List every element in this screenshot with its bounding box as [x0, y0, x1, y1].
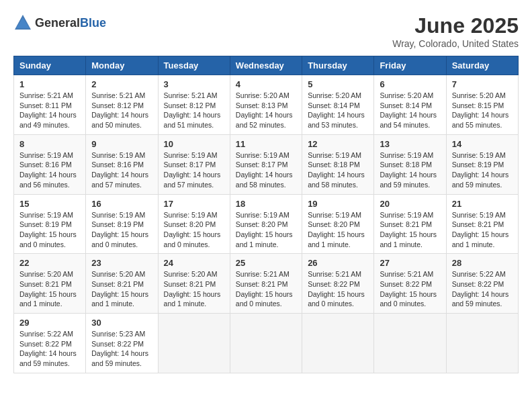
day-number: 29: [19, 318, 80, 328]
day-number: 6: [380, 79, 440, 89]
day-number: 11: [236, 139, 296, 149]
table-row: 26 Sunrise: 5:21 AMSunset: 8:22 PMDaylig…: [302, 254, 374, 314]
calendar-row: 1 Sunrise: 5:21 AMSunset: 8:11 PMDayligh…: [14, 75, 519, 135]
col-saturday: Saturday: [446, 56, 518, 75]
location-title: Wray, Colorado, United States: [392, 38, 519, 49]
calendar-table: Sunday Monday Tuesday Wednesday Thursday…: [13, 56, 519, 373]
empty-cell: [374, 314, 446, 373]
table-row: 2 Sunrise: 5:21 AMSunset: 8:12 PMDayligh…: [86, 75, 158, 135]
day-number: 4: [236, 79, 296, 89]
table-row: 18 Sunrise: 5:19 AMSunset: 8:20 PMDaylig…: [230, 194, 302, 254]
table-row: 6 Sunrise: 5:20 AMSunset: 8:14 PMDayligh…: [374, 75, 446, 135]
table-row: 8 Sunrise: 5:19 AMSunset: 8:16 PMDayligh…: [14, 134, 86, 194]
day-info: Sunrise: 5:19 AMSunset: 8:18 PMDaylight:…: [380, 151, 437, 189]
col-wednesday: Wednesday: [230, 56, 302, 75]
day-info: Sunrise: 5:20 AMSunset: 8:14 PMDaylight:…: [380, 91, 437, 129]
day-number: 9: [91, 139, 152, 149]
day-info: Sunrise: 5:19 AMSunset: 8:18 PMDaylight:…: [308, 151, 365, 189]
table-row: 19 Sunrise: 5:19 AMSunset: 8:20 PMDaylig…: [302, 194, 374, 254]
table-row: 21 Sunrise: 5:19 AMSunset: 8:21 PMDaylig…: [446, 194, 518, 254]
table-row: 1 Sunrise: 5:21 AMSunset: 8:11 PMDayligh…: [14, 75, 86, 135]
day-info: Sunrise: 5:23 AMSunset: 8:22 PMDaylight:…: [91, 330, 148, 367]
day-info: Sunrise: 5:20 AMSunset: 8:14 PMDaylight:…: [308, 91, 365, 129]
table-row: 28 Sunrise: 5:22 AMSunset: 8:22 PMDaylig…: [446, 254, 518, 314]
day-info: Sunrise: 5:21 AMSunset: 8:22 PMDaylight:…: [380, 270, 437, 308]
day-info: Sunrise: 5:22 AMSunset: 8:22 PMDaylight:…: [452, 270, 509, 308]
day-number: 23: [91, 258, 152, 268]
day-info: Sunrise: 5:21 AMSunset: 8:21 PMDaylight:…: [236, 270, 293, 308]
calendar-row: 22 Sunrise: 5:20 AMSunset: 8:21 PMDaylig…: [14, 254, 519, 314]
table-row: 7 Sunrise: 5:20 AMSunset: 8:15 PMDayligh…: [446, 75, 518, 135]
table-row: 16 Sunrise: 5:19 AMSunset: 8:19 PMDaylig…: [86, 194, 158, 254]
calendar-row: 8 Sunrise: 5:19 AMSunset: 8:16 PMDayligh…: [14, 134, 519, 194]
day-number: 27: [380, 258, 440, 268]
day-number: 30: [91, 318, 152, 328]
day-number: 19: [308, 199, 368, 209]
day-info: Sunrise: 5:22 AMSunset: 8:22 PMDaylight:…: [19, 330, 77, 367]
empty-cell: [230, 314, 302, 373]
day-number: 26: [308, 258, 368, 268]
day-info: Sunrise: 5:20 AMSunset: 8:21 PMDaylight:…: [164, 270, 221, 308]
table-row: 25 Sunrise: 5:21 AMSunset: 8:21 PMDaylig…: [230, 254, 302, 314]
day-info: Sunrise: 5:20 AMSunset: 8:15 PMDaylight:…: [452, 91, 509, 129]
day-number: 7: [452, 79, 513, 89]
title-area: June 2025 Wray, Colorado, United States: [392, 13, 519, 49]
table-row: 15 Sunrise: 5:19 AMSunset: 8:19 PMDaylig…: [14, 194, 86, 254]
day-number: 10: [164, 139, 224, 149]
day-number: 25: [236, 258, 296, 268]
svg-marker-1: [16, 17, 30, 28]
day-info: Sunrise: 5:20 AMSunset: 8:21 PMDaylight:…: [91, 270, 148, 308]
calendar-header-row: Sunday Monday Tuesday Wednesday Thursday…: [14, 56, 519, 75]
day-number: 3: [164, 79, 224, 89]
table-row: 20 Sunrise: 5:19 AMSunset: 8:21 PMDaylig…: [374, 194, 446, 254]
col-friday: Friday: [374, 56, 446, 75]
table-row: 10 Sunrise: 5:19 AMSunset: 8:17 PMDaylig…: [158, 134, 230, 194]
day-number: 1: [19, 79, 80, 89]
logo: GeneralBlue: [13, 13, 106, 32]
table-row: 24 Sunrise: 5:20 AMSunset: 8:21 PMDaylig…: [158, 254, 230, 314]
empty-cell: [158, 314, 230, 373]
day-number: 22: [19, 258, 80, 268]
day-info: Sunrise: 5:19 AMSunset: 8:17 PMDaylight:…: [164, 151, 221, 189]
table-row: 5 Sunrise: 5:20 AMSunset: 8:14 PMDayligh…: [302, 75, 374, 135]
table-row: 27 Sunrise: 5:21 AMSunset: 8:22 PMDaylig…: [374, 254, 446, 314]
table-row: 29 Sunrise: 5:22 AMSunset: 8:22 PMDaylig…: [14, 314, 86, 373]
day-number: 15: [19, 199, 80, 209]
day-number: 17: [164, 199, 224, 209]
day-number: 21: [452, 199, 513, 209]
day-info: Sunrise: 5:20 AMSunset: 8:13 PMDaylight:…: [236, 91, 293, 129]
day-number: 14: [452, 139, 513, 149]
day-info: Sunrise: 5:19 AMSunset: 8:19 PMDaylight:…: [91, 211, 148, 248]
day-info: Sunrise: 5:20 AMSunset: 8:21 PMDaylight:…: [19, 270, 77, 308]
table-row: 23 Sunrise: 5:20 AMSunset: 8:21 PMDaylig…: [86, 254, 158, 314]
logo-icon: [13, 13, 32, 32]
table-row: 30 Sunrise: 5:23 AMSunset: 8:22 PMDaylig…: [86, 314, 158, 373]
day-number: 12: [308, 139, 368, 149]
day-number: 2: [91, 79, 152, 89]
table-row: 3 Sunrise: 5:21 AMSunset: 8:12 PMDayligh…: [158, 75, 230, 135]
table-row: 17 Sunrise: 5:19 AMSunset: 8:20 PMDaylig…: [158, 194, 230, 254]
col-thursday: Thursday: [302, 56, 374, 75]
page-header: GeneralBlue June 2025 Wray, Colorado, Un…: [13, 13, 519, 49]
table-row: 12 Sunrise: 5:19 AMSunset: 8:18 PMDaylig…: [302, 134, 374, 194]
day-info: Sunrise: 5:21 AMSunset: 8:12 PMDaylight:…: [91, 91, 148, 129]
col-tuesday: Tuesday: [158, 56, 230, 75]
empty-cell: [302, 314, 374, 373]
day-info: Sunrise: 5:19 AMSunset: 8:16 PMDaylight:…: [19, 151, 77, 189]
day-info: Sunrise: 5:19 AMSunset: 8:16 PMDaylight:…: [91, 151, 148, 189]
table-row: 13 Sunrise: 5:19 AMSunset: 8:18 PMDaylig…: [374, 134, 446, 194]
empty-cell: [446, 314, 518, 373]
table-row: 14 Sunrise: 5:19 AMSunset: 8:19 PMDaylig…: [446, 134, 518, 194]
day-info: Sunrise: 5:19 AMSunset: 8:21 PMDaylight:…: [452, 211, 509, 248]
calendar-row: 15 Sunrise: 5:19 AMSunset: 8:19 PMDaylig…: [14, 194, 519, 254]
day-info: Sunrise: 5:19 AMSunset: 8:19 PMDaylight:…: [19, 211, 77, 248]
day-number: 8: [19, 139, 80, 149]
col-sunday: Sunday: [14, 56, 86, 75]
day-info: Sunrise: 5:19 AMSunset: 8:20 PMDaylight:…: [236, 211, 293, 248]
day-number: 28: [452, 258, 513, 268]
day-info: Sunrise: 5:19 AMSunset: 8:17 PMDaylight:…: [236, 151, 293, 189]
day-info: Sunrise: 5:19 AMSunset: 8:20 PMDaylight:…: [164, 211, 221, 248]
table-row: 11 Sunrise: 5:19 AMSunset: 8:17 PMDaylig…: [230, 134, 302, 194]
col-monday: Monday: [86, 56, 158, 75]
calendar-row: 29 Sunrise: 5:22 AMSunset: 8:22 PMDaylig…: [14, 314, 519, 373]
